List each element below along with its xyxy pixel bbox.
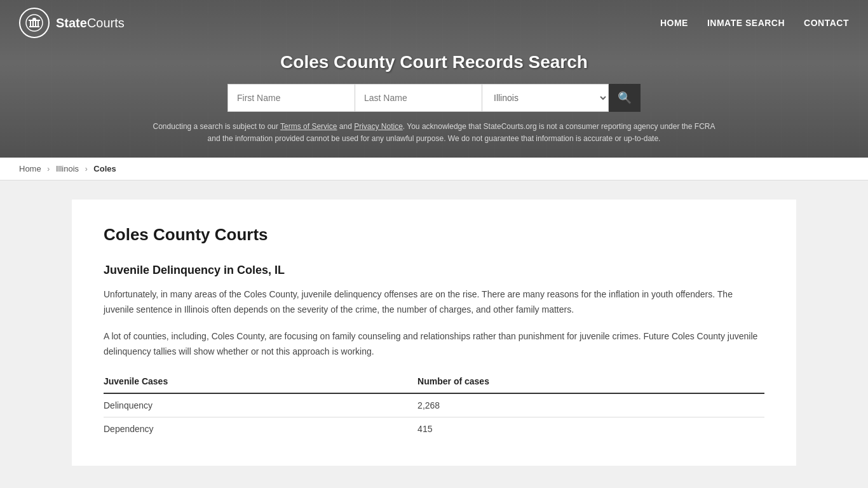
col-header-case-type: Juvenile Cases (104, 371, 417, 393)
breadcrumb-home[interactable]: Home (19, 164, 41, 173)
section-heading: Juvenile Delinquency in Coles, IL (104, 264, 764, 277)
table-header-row: Juvenile Cases Number of cases (104, 371, 764, 393)
paragraph-1: Unfortunately, in many areas of the Cole… (104, 287, 764, 318)
svg-rect-4 (30, 20, 31, 26)
breadcrumb-current: Coles (93, 164, 116, 173)
search-icon: 🔍 (618, 91, 632, 105)
svg-rect-6 (35, 20, 36, 26)
paragraph-2: A lot of counties, including, Coles Coun… (104, 329, 764, 360)
page-heading: Coles County Courts (104, 225, 764, 245)
site-logo[interactable]: StateCourts (19, 8, 125, 38)
count-cell: 415 (417, 417, 764, 440)
disclaimer-text: Conducting a search is subject to our Te… (148, 121, 720, 145)
svg-rect-8 (29, 20, 40, 21)
nav-item-inmate-search[interactable]: INMATE SEARCH (707, 18, 785, 28)
first-name-input[interactable] (227, 84, 355, 112)
svg-point-0 (26, 15, 43, 31)
site-header: StateCourts HOME INMATE SEARCH CONTACT C… (0, 0, 868, 158)
breadcrumb-sep-1: › (47, 165, 50, 173)
search-button[interactable]: 🔍 (609, 84, 641, 112)
breadcrumb-state[interactable]: Illinois (56, 164, 79, 173)
case-type-cell: Dependency (104, 417, 417, 440)
table-row: Dependency 415 (104, 417, 764, 440)
nav-links: HOME INMATE SEARCH CONTACT (660, 18, 849, 28)
col-header-count: Number of cases (417, 371, 764, 393)
logo-text: StateCourts (56, 16, 125, 30)
svg-rect-5 (32, 20, 34, 26)
main-content: Coles County Courts Juvenile Delinquency… (59, 200, 809, 465)
count-cell: 2,268 (417, 393, 764, 417)
privacy-link[interactable]: Privacy Notice (354, 122, 403, 131)
nav-item-contact[interactable]: CONTACT (804, 18, 849, 28)
hero-title: Coles County Court Records Search (13, 52, 855, 72)
svg-rect-1 (29, 26, 39, 27)
content-card: Coles County Courts Juvenile Delinquency… (72, 200, 796, 465)
breadcrumb: Home › Illinois › Coles (0, 158, 868, 180)
navbar: StateCourts HOME INMATE SEARCH CONTACT (0, 0, 868, 46)
search-bar: Select State Alabama Alaska Arizona Arka… (13, 84, 855, 112)
table-row: Delinquency 2,268 (104, 393, 764, 417)
terms-link[interactable]: Terms of Service (280, 122, 337, 131)
nav-item-home[interactable]: HOME (660, 18, 688, 28)
last-name-input[interactable] (355, 84, 482, 112)
case-type-cell: Delinquency (104, 393, 417, 417)
state-select[interactable]: Select State Alabama Alaska Arizona Arka… (482, 84, 609, 112)
breadcrumb-sep-2: › (85, 165, 88, 173)
logo-icon (19, 8, 50, 38)
juvenile-cases-table: Juvenile Cases Number of cases Delinquen… (104, 371, 764, 440)
hero-section: Coles County Court Records Search Select… (0, 46, 868, 158)
svg-rect-7 (37, 20, 39, 26)
